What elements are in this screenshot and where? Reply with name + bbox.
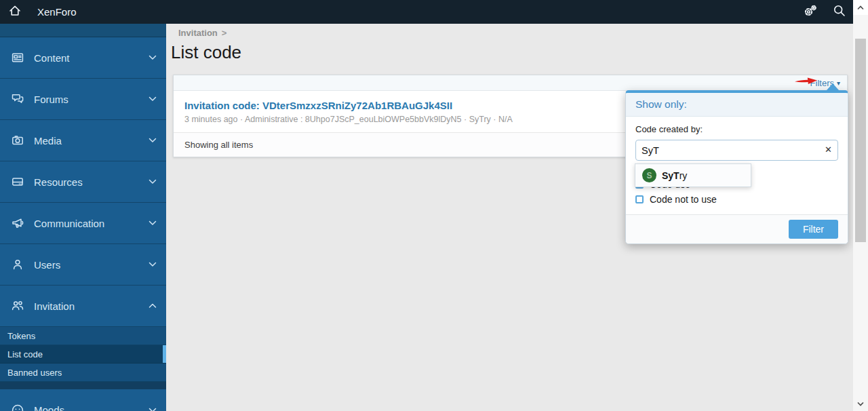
suggestion-rest: ry <box>679 170 688 181</box>
code-not-to-use-option[interactable]: Code not to use <box>635 194 838 205</box>
chevron-down-icon <box>857 402 864 406</box>
autocomplete-dropdown: S SyTry <box>635 163 751 187</box>
code-not-to-use-checkbox[interactable] <box>635 195 644 203</box>
users-icon <box>11 258 26 271</box>
sidebar-item-label: Forums <box>34 94 149 105</box>
home-button[interactable] <box>0 4 30 20</box>
chevron-up-icon <box>149 303 157 309</box>
sidebar-item-label: Moods <box>34 404 149 411</box>
sub-item-label: Tokens <box>7 331 35 341</box>
suggestion-name: SyTry <box>662 170 687 181</box>
gears-icon <box>803 4 818 20</box>
breadcrumb-invitation[interactable]: Invitation <box>178 28 218 38</box>
autocomplete-suggestion-sytry[interactable]: S SyTry <box>635 164 751 187</box>
page-title: List code <box>171 42 241 63</box>
sidebar-item-label: Resources <box>34 176 149 188</box>
chevron-down-icon <box>149 96 157 102</box>
popup-notch <box>827 83 839 90</box>
sidebar: Content Forums Media Resources <box>0 24 166 411</box>
home-icon <box>8 4 22 20</box>
forums-icon <box>11 92 26 106</box>
media-icon <box>11 134 26 147</box>
popup-title: Show only: <box>626 93 848 117</box>
breadcrumb: Invitation> <box>178 28 226 38</box>
chevron-down-icon <box>149 55 157 60</box>
code-not-to-use-label: Code not to use <box>650 194 717 205</box>
clear-input-icon[interactable]: ✕ <box>825 145 832 154</box>
sidebar-item-label: Content <box>34 52 149 64</box>
resources-icon <box>11 175 26 189</box>
sub-item-label: Banned users <box>7 368 62 378</box>
avatar: S <box>642 168 656 182</box>
filters-popup: Show only: Code created by: ✕ S SyTry Co… <box>625 90 848 244</box>
admin-header: XenForo <box>0 0 853 24</box>
sidebar-item-label: Media <box>34 135 149 146</box>
sidebar-item-label: Communication <box>34 218 149 229</box>
search-icon <box>833 4 846 20</box>
sidebar-item-resources[interactable]: Resources <box>0 161 166 203</box>
brand-logo[interactable]: XenForo <box>37 6 77 18</box>
search-button[interactable] <box>825 4 853 20</box>
red-arrow-annotation <box>795 75 818 89</box>
sidebar-item-forums[interactable]: Forums <box>0 79 166 120</box>
filter-bar: Filters ▾ <box>174 75 847 91</box>
invitation-submenu: Tokens List code Banned users <box>0 327 166 382</box>
filter-submit-button[interactable]: Filter <box>789 220 838 239</box>
moods-icon <box>11 404 26 411</box>
chevron-down-icon <box>149 262 157 267</box>
chevron-down-icon <box>149 408 157 411</box>
scroll-up-button[interactable] <box>853 0 868 15</box>
chevron-down-icon <box>149 220 157 226</box>
vertical-scrollbar[interactable] <box>853 0 868 411</box>
sidebar-item-label: Users <box>34 259 149 271</box>
sidebar-item-list-code[interactable]: List code <box>0 345 166 364</box>
content-icon <box>11 51 26 64</box>
sidebar-item-label: Invitation <box>34 300 149 312</box>
active-item-accent <box>163 345 166 363</box>
chevron-down-icon <box>149 138 157 143</box>
sidebar-section-divider <box>0 382 166 389</box>
popup-footer: Filter <box>626 214 848 243</box>
communication-icon <box>11 216 26 230</box>
sidebar-item-banned-users[interactable]: Banned users <box>0 364 166 382</box>
sidebar-item-users[interactable]: Users <box>0 244 166 286</box>
sidebar-item-media[interactable]: Media <box>0 120 166 161</box>
code-created-by-field: ✕ <box>635 140 838 161</box>
sidebar-partial-item <box>0 24 166 37</box>
popup-body: Code created by: ✕ S SyTry Code use Cod <box>626 117 848 214</box>
sidebar-item-invitation[interactable]: Invitation <box>0 286 166 327</box>
settings-button[interactable] <box>796 4 825 20</box>
code-created-by-label: Code created by: <box>635 124 838 134</box>
chevron-down-icon <box>149 179 157 184</box>
chevron-up-icon <box>857 5 864 10</box>
sidebar-item-moods[interactable]: Moods <box>0 389 166 411</box>
scroll-down-button[interactable] <box>853 396 868 411</box>
admin-page: XenForo Content <box>0 0 868 411</box>
sidebar-item-tokens[interactable]: Tokens <box>0 327 166 345</box>
sidebar-item-communication[interactable]: Communication <box>0 203 166 244</box>
breadcrumb-separator: > <box>222 28 227 38</box>
invitation-icon <box>11 299 26 313</box>
suggestion-match: SyT <box>662 170 679 181</box>
code-created-by-input[interactable] <box>635 140 838 161</box>
sub-item-label: List code <box>7 349 43 359</box>
sidebar-item-content[interactable]: Content <box>0 37 166 79</box>
scrollbar-thumb[interactable] <box>855 39 866 242</box>
